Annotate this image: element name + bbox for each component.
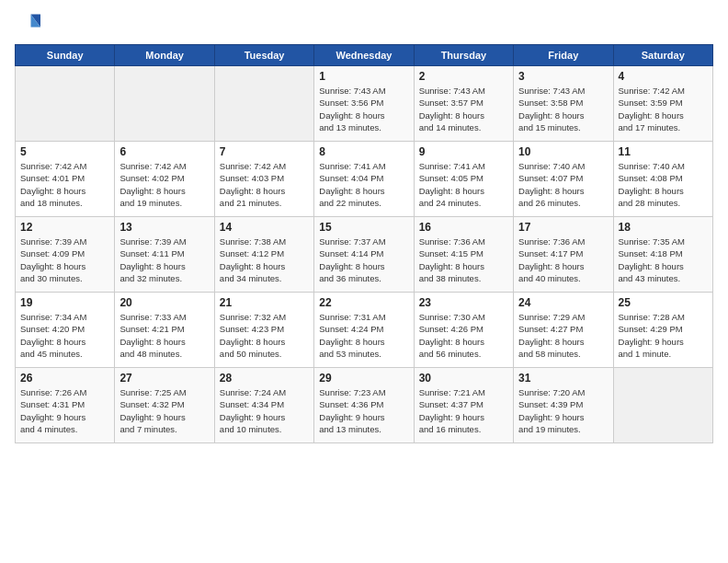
calendar-cell: 21Sunrise: 7:32 AM Sunset: 4:23 PM Dayli… (214, 293, 313, 368)
weekday-header: Tuesday (214, 45, 313, 66)
logo-icon (15, 11, 40, 37)
weekday-header: Thursday (414, 45, 513, 66)
day-number: 1 (319, 70, 408, 83)
day-info: Sunrise: 7:40 AM Sunset: 4:07 PM Dayligh… (518, 160, 608, 209)
day-number: 23 (419, 296, 508, 309)
day-info: Sunrise: 7:43 AM Sunset: 3:57 PM Dayligh… (419, 85, 508, 133)
day-number: 24 (518, 296, 608, 309)
calendar-week-row: 26Sunrise: 7:26 AM Sunset: 4:31 PM Dayli… (16, 368, 713, 443)
logo (15, 11, 44, 37)
weekday-header: Sunday (16, 45, 115, 66)
day-info: Sunrise: 7:28 AM Sunset: 4:29 PM Dayligh… (619, 311, 708, 360)
day-info: Sunrise: 7:38 AM Sunset: 4:12 PM Dayligh… (220, 236, 309, 284)
day-info: Sunrise: 7:42 AM Sunset: 4:02 PM Dayligh… (119, 160, 209, 209)
day-number: 10 (518, 145, 608, 158)
day-number: 28 (220, 372, 309, 385)
day-info: Sunrise: 7:43 AM Sunset: 3:58 PM Dayligh… (518, 85, 608, 133)
day-info: Sunrise: 7:40 AM Sunset: 4:08 PM Dayligh… (619, 160, 708, 209)
calendar-cell: 23Sunrise: 7:30 AM Sunset: 4:26 PM Dayli… (414, 293, 513, 368)
day-number: 5 (20, 145, 109, 158)
calendar-week-row: 5Sunrise: 7:42 AM Sunset: 4:01 PM Daylig… (16, 142, 713, 217)
calendar-cell: 10Sunrise: 7:40 AM Sunset: 4:07 PM Dayli… (514, 142, 613, 217)
calendar-cell: 29Sunrise: 7:23 AM Sunset: 4:36 PM Dayli… (314, 368, 414, 443)
day-info: Sunrise: 7:43 AM Sunset: 3:56 PM Dayligh… (319, 85, 408, 133)
day-info: Sunrise: 7:35 AM Sunset: 4:18 PM Dayligh… (619, 236, 708, 284)
day-info: Sunrise: 7:25 AM Sunset: 4:32 PM Dayligh… (119, 386, 209, 435)
calendar-cell (214, 66, 313, 142)
calendar-cell: 16Sunrise: 7:36 AM Sunset: 4:15 PM Dayli… (414, 217, 513, 293)
calendar-cell: 1Sunrise: 7:43 AM Sunset: 3:56 PM Daylig… (314, 66, 414, 142)
calendar-cell (613, 368, 712, 443)
day-info: Sunrise: 7:37 AM Sunset: 4:14 PM Dayligh… (319, 236, 408, 284)
day-info: Sunrise: 7:29 AM Sunset: 4:27 PM Dayligh… (518, 311, 608, 360)
calendar-cell: 25Sunrise: 7:28 AM Sunset: 4:29 PM Dayli… (613, 293, 712, 368)
calendar-cell: 30Sunrise: 7:21 AM Sunset: 4:37 PM Dayli… (414, 368, 513, 443)
day-number: 31 (518, 372, 608, 385)
day-info: Sunrise: 7:32 AM Sunset: 4:23 PM Dayligh… (220, 311, 309, 360)
day-info: Sunrise: 7:33 AM Sunset: 4:21 PM Dayligh… (119, 311, 209, 360)
calendar-body: 1Sunrise: 7:43 AM Sunset: 3:56 PM Daylig… (16, 66, 713, 443)
day-number: 26 (20, 372, 109, 385)
calendar-cell: 26Sunrise: 7:26 AM Sunset: 4:31 PM Dayli… (16, 368, 115, 443)
calendar-cell: 15Sunrise: 7:37 AM Sunset: 4:14 PM Dayli… (314, 217, 414, 293)
day-info: Sunrise: 7:41 AM Sunset: 4:05 PM Dayligh… (419, 160, 508, 209)
calendar-cell: 5Sunrise: 7:42 AM Sunset: 4:01 PM Daylig… (16, 142, 115, 217)
day-number: 30 (419, 372, 508, 385)
day-number: 4 (619, 70, 708, 83)
day-info: Sunrise: 7:31 AM Sunset: 4:24 PM Dayligh… (319, 311, 408, 360)
day-number: 2 (419, 70, 508, 83)
day-number: 8 (319, 145, 408, 158)
calendar-cell: 27Sunrise: 7:25 AM Sunset: 4:32 PM Dayli… (115, 368, 214, 443)
day-number: 21 (220, 296, 309, 309)
day-number: 3 (518, 70, 608, 83)
day-info: Sunrise: 7:36 AM Sunset: 4:15 PM Dayligh… (419, 236, 508, 284)
page: SundayMondayTuesdayWednesdayThursdayFrid… (0, 0, 728, 563)
calendar-cell: 18Sunrise: 7:35 AM Sunset: 4:18 PM Dayli… (613, 217, 712, 293)
day-info: Sunrise: 7:42 AM Sunset: 3:59 PM Dayligh… (619, 85, 708, 133)
day-number: 6 (119, 145, 209, 158)
day-number: 11 (619, 145, 708, 158)
day-number: 17 (518, 221, 608, 234)
day-info: Sunrise: 7:42 AM Sunset: 4:03 PM Dayligh… (220, 160, 309, 209)
day-number: 14 (220, 221, 309, 234)
calendar-cell: 19Sunrise: 7:34 AM Sunset: 4:20 PM Dayli… (16, 293, 115, 368)
calendar-cell: 11Sunrise: 7:40 AM Sunset: 4:08 PM Dayli… (613, 142, 712, 217)
day-info: Sunrise: 7:26 AM Sunset: 4:31 PM Dayligh… (20, 386, 109, 435)
day-info: Sunrise: 7:20 AM Sunset: 4:39 PM Dayligh… (518, 386, 608, 435)
calendar-cell: 6Sunrise: 7:42 AM Sunset: 4:02 PM Daylig… (115, 142, 214, 217)
calendar-cell: 17Sunrise: 7:36 AM Sunset: 4:17 PM Dayli… (514, 217, 613, 293)
calendar-cell: 22Sunrise: 7:31 AM Sunset: 4:24 PM Dayli… (314, 293, 414, 368)
calendar-cell: 8Sunrise: 7:41 AM Sunset: 4:04 PM Daylig… (314, 142, 414, 217)
day-info: Sunrise: 7:21 AM Sunset: 4:37 PM Dayligh… (419, 386, 508, 435)
day-number: 27 (119, 372, 209, 385)
calendar-cell: 20Sunrise: 7:33 AM Sunset: 4:21 PM Dayli… (115, 293, 214, 368)
day-number: 7 (220, 145, 309, 158)
day-number: 15 (319, 221, 408, 234)
calendar-cell (115, 66, 214, 142)
weekday-header: Friday (514, 45, 613, 66)
day-info: Sunrise: 7:42 AM Sunset: 4:01 PM Dayligh… (20, 160, 109, 209)
day-info: Sunrise: 7:23 AM Sunset: 4:36 PM Dayligh… (319, 386, 408, 435)
calendar-cell: 3Sunrise: 7:43 AM Sunset: 3:58 PM Daylig… (514, 66, 613, 142)
calendar-cell: 7Sunrise: 7:42 AM Sunset: 4:03 PM Daylig… (214, 142, 313, 217)
header (15, 11, 713, 37)
calendar-cell: 14Sunrise: 7:38 AM Sunset: 4:12 PM Dayli… (214, 217, 313, 293)
day-info: Sunrise: 7:34 AM Sunset: 4:20 PM Dayligh… (20, 311, 109, 360)
day-number: 20 (119, 296, 209, 309)
day-info: Sunrise: 7:39 AM Sunset: 4:09 PM Dayligh… (20, 236, 109, 284)
day-number: 25 (619, 296, 708, 309)
day-number: 9 (419, 145, 508, 158)
calendar-cell: 28Sunrise: 7:24 AM Sunset: 4:34 PM Dayli… (214, 368, 313, 443)
weekday-header: Monday (115, 45, 214, 66)
weekday-header: Saturday (613, 45, 712, 66)
calendar-header: SundayMondayTuesdayWednesdayThursdayFrid… (16, 45, 713, 66)
calendar-week-row: 1Sunrise: 7:43 AM Sunset: 3:56 PM Daylig… (16, 66, 713, 142)
day-number: 13 (119, 221, 209, 234)
calendar-cell: 31Sunrise: 7:20 AM Sunset: 4:39 PM Dayli… (514, 368, 613, 443)
day-info: Sunrise: 7:41 AM Sunset: 4:04 PM Dayligh… (319, 160, 408, 209)
calendar-cell (16, 66, 115, 142)
weekday-row: SundayMondayTuesdayWednesdayThursdayFrid… (16, 45, 713, 66)
calendar-cell: 13Sunrise: 7:39 AM Sunset: 4:11 PM Dayli… (115, 217, 214, 293)
calendar-cell: 12Sunrise: 7:39 AM Sunset: 4:09 PM Dayli… (16, 217, 115, 293)
day-number: 16 (419, 221, 508, 234)
